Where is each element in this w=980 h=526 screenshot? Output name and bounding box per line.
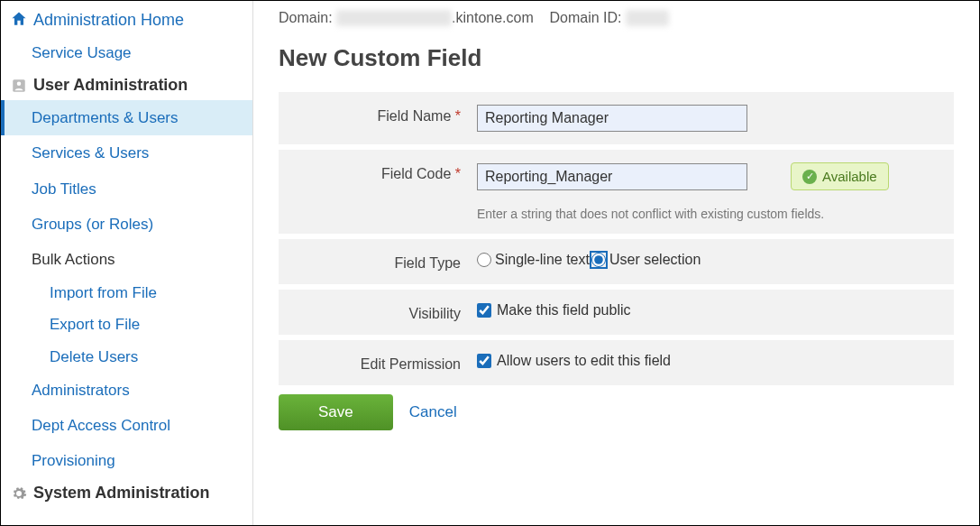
form-actions: Save Cancel bbox=[279, 394, 954, 430]
row-visibility: Visibility Make this field public bbox=[279, 290, 954, 335]
radio-user-selection-input[interactable] bbox=[591, 253, 606, 267]
domain-label: Domain: bbox=[279, 10, 333, 25]
sidebar-home-link[interactable]: Administration Home bbox=[1, 5, 252, 35]
domain-name-masked: xxxxxxxxxxxxxxxx bbox=[336, 10, 452, 26]
visibility-checkbox[interactable] bbox=[477, 303, 491, 318]
sidebar-item-provisioning[interactable]: Provisioning bbox=[1, 443, 252, 478]
label-field-type: Field Type bbox=[279, 252, 477, 272]
sidebar-subitem-delete-users[interactable]: Delete Users bbox=[1, 341, 252, 373]
sidebar: Administration Home Service Usage User A… bbox=[1, 1, 253, 525]
visibility-checkbox-option[interactable]: Make this field public bbox=[477, 302, 631, 318]
home-icon bbox=[10, 10, 30, 30]
field-name-input[interactable] bbox=[477, 105, 747, 132]
required-asterisk: * bbox=[455, 166, 461, 181]
field-code-input[interactable] bbox=[477, 163, 747, 190]
edit-permission-checkbox[interactable] bbox=[477, 354, 491, 368]
domain-id-label: Domain ID: bbox=[550, 10, 622, 25]
sidebar-item-departments-users[interactable]: Departments & Users bbox=[1, 100, 252, 135]
field-type-radio-group: Single-line text User selection bbox=[477, 252, 701, 268]
label-edit-permission: Edit Permission bbox=[279, 353, 477, 373]
domain-id-masked: xxxxxx bbox=[626, 10, 669, 26]
radio-user-selection[interactable]: User selection bbox=[591, 252, 701, 268]
sidebar-subitem-import-file[interactable]: Import from File bbox=[1, 277, 252, 309]
required-asterisk: * bbox=[455, 108, 461, 124]
sidebar-section-system-admin: System Administration bbox=[1, 478, 252, 508]
domain-info: Domain: xxxxxxxxxxxxxxxx.kintone.com Dom… bbox=[279, 10, 954, 26]
svg-point-1 bbox=[17, 81, 22, 86]
radio-single-line-text[interactable]: Single-line text bbox=[477, 252, 590, 268]
sidebar-item-service-usage[interactable]: Service Usage bbox=[1, 35, 252, 70]
field-code-help: Enter a string that does not conflict wi… bbox=[477, 207, 954, 221]
label-field-code: Field Code * bbox=[279, 162, 477, 182]
available-badge: ✓ Available bbox=[791, 162, 889, 190]
sidebar-section-system-admin-label: System Administration bbox=[33, 484, 209, 503]
sidebar-subitem-export-file[interactable]: Export to File bbox=[1, 309, 252, 340]
row-field-code: Field Code * ✓ Available Enter a string … bbox=[279, 150, 954, 234]
user-icon bbox=[10, 77, 28, 95]
radio-single-line-input[interactable] bbox=[477, 253, 491, 267]
gear-icon bbox=[10, 484, 28, 503]
row-field-type: Field Type Single-line text User selecti… bbox=[279, 239, 954, 284]
label-visibility: Visibility bbox=[279, 302, 477, 322]
sidebar-item-services-users[interactable]: Services & Users bbox=[1, 135, 252, 171]
sidebar-section-user-admin-label: User Administration bbox=[33, 76, 188, 95]
sidebar-item-bulk-actions: Bulk Actions bbox=[1, 242, 252, 277]
save-button[interactable]: Save bbox=[279, 394, 393, 430]
label-field-name: Field Name * bbox=[279, 105, 477, 125]
check-icon: ✓ bbox=[802, 170, 817, 184]
row-edit-permission: Edit Permission Allow users to edit this… bbox=[279, 340, 954, 385]
page-title: New Custom Field bbox=[279, 44, 954, 72]
sidebar-home-label: Administration Home bbox=[33, 11, 184, 30]
sidebar-item-dept-access-control[interactable]: Dept Access Control bbox=[1, 408, 252, 443]
sidebar-item-job-titles[interactable]: Job Titles bbox=[1, 171, 252, 207]
domain-suffix: .kintone.com bbox=[452, 10, 534, 25]
sidebar-item-groups-roles[interactable]: Groups (or Roles) bbox=[1, 207, 252, 242]
cancel-link[interactable]: Cancel bbox=[409, 403, 457, 421]
main-content: Domain: xxxxxxxxxxxxxxxx.kintone.com Dom… bbox=[253, 1, 979, 525]
edit-permission-checkbox-option[interactable]: Allow users to edit this field bbox=[477, 353, 671, 369]
row-field-name: Field Name * bbox=[279, 92, 954, 144]
sidebar-section-user-admin: User Administration bbox=[1, 70, 252, 100]
sidebar-item-administrators[interactable]: Administrators bbox=[1, 373, 252, 408]
